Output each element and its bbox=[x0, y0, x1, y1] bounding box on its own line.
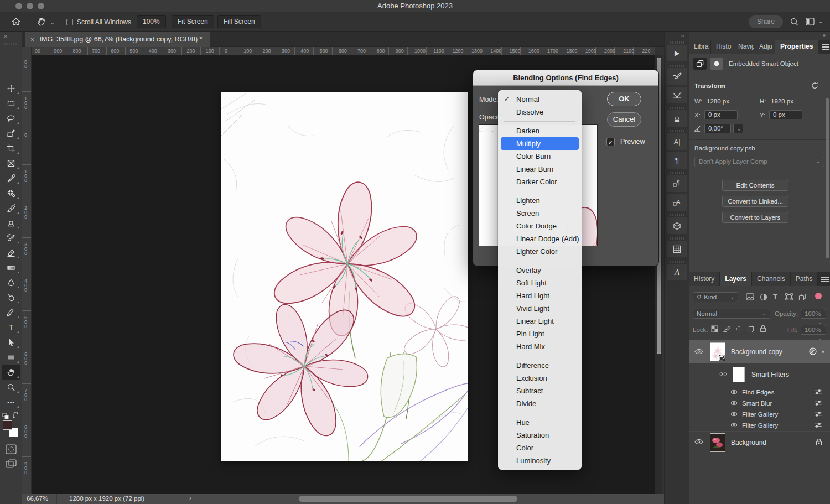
transform-reset-icon[interactable] bbox=[811, 81, 819, 91]
object-selection-tool[interactable] bbox=[2, 126, 20, 141]
tab-histogram[interactable]: Histo bbox=[711, 40, 733, 54]
visibility-eye-icon[interactable] bbox=[730, 389, 738, 396]
zoom-100-button[interactable]: 100% bbox=[137, 15, 166, 28]
menu-item-lighten[interactable]: Lighten bbox=[498, 194, 582, 207]
properties-scrollbar[interactable] bbox=[826, 98, 829, 258]
document-canvas[interactable] bbox=[221, 92, 468, 461]
smart-filter-name[interactable]: Filter Gallery bbox=[742, 422, 778, 429]
menu-item-overlay[interactable]: Overlay bbox=[498, 264, 582, 277]
menu-item-multiply[interactable]: Multiply bbox=[501, 137, 579, 150]
filter-adjustment-icon[interactable] bbox=[760, 293, 767, 302]
menu-item-divide[interactable]: Divide bbox=[498, 397, 582, 410]
clone-stamp-tool[interactable] bbox=[2, 216, 20, 230]
width-value[interactable]: 1280 px bbox=[707, 98, 729, 105]
panel-collapse-icon[interactable]: » bbox=[689, 32, 830, 40]
scroll-all-windows-checkbox[interactable]: Scroll All Windows bbox=[66, 18, 131, 26]
fill-input[interactable]: 100%⌄ bbox=[801, 325, 826, 335]
layer-comp-dropdown[interactable]: Don't Apply Layer Comp ⌄ bbox=[694, 157, 824, 167]
strip-collapse-icon[interactable]: « bbox=[681, 32, 684, 39]
lock-transparency-icon[interactable] bbox=[711, 325, 718, 334]
smart-filters-mask-thumbnail[interactable] bbox=[733, 367, 745, 382]
hand-tool[interactable] bbox=[2, 365, 20, 380]
filter-blend-options-icon[interactable] bbox=[814, 422, 822, 429]
menu-item-color[interactable]: Color bbox=[498, 441, 582, 454]
visibility-eye-icon[interactable] bbox=[719, 371, 727, 378]
layer-row-background[interactable]: Background bbox=[689, 431, 830, 453]
clone-source-panel-icon[interactable] bbox=[667, 110, 687, 127]
collapse-filters-icon[interactable]: ˄ bbox=[822, 349, 824, 355]
path-selection-tool[interactable] bbox=[2, 335, 20, 350]
opacity-input[interactable]: 100%⌄ bbox=[801, 309, 826, 319]
3d-panel-icon[interactable] bbox=[667, 217, 687, 234]
paragraph-styles-panel-icon[interactable]: ¶ bbox=[667, 175, 687, 192]
menu-item-normal[interactable]: ✓Normal bbox=[498, 93, 582, 106]
character-styles-panel-icon[interactable]: A bbox=[667, 194, 687, 211]
mask-properties-icon[interactable] bbox=[710, 58, 723, 70]
smart-filters-row[interactable]: Smart Filters bbox=[689, 363, 830, 386]
tab-adjustments[interactable]: Adju bbox=[754, 40, 775, 54]
menu-item-lighter-color[interactable]: Lighter Color bbox=[498, 245, 582, 258]
menu-item-pin-light[interactable]: Pin Light bbox=[498, 328, 582, 340]
eyedropper-tool[interactable] bbox=[2, 171, 20, 185]
visibility-eye-icon[interactable] bbox=[694, 349, 703, 356]
horizontal-ruler[interactable]: 0090080070060050040030020010001002003004… bbox=[32, 47, 655, 55]
menu-item-color-dodge[interactable]: Color Dodge bbox=[498, 220, 582, 232]
menu-item-exclusion[interactable]: Exclusion bbox=[498, 372, 582, 385]
glyphs-panel-icon[interactable]: A bbox=[667, 264, 687, 280]
preview-checkbox[interactable]: ✓ bbox=[606, 138, 615, 146]
crop-tool[interactable] bbox=[2, 141, 20, 155]
layer-thumbnail[interactable] bbox=[710, 433, 725, 452]
patterns-panel-icon[interactable] bbox=[667, 241, 687, 257]
quick-mask-button[interactable] bbox=[6, 444, 17, 456]
menu-item-linear-burn[interactable]: Linear Burn bbox=[498, 163, 582, 175]
menu-item-vivid-light[interactable]: Vivid Light bbox=[498, 302, 582, 315]
tab-history[interactable]: History bbox=[689, 272, 720, 286]
tools-grip[interactable] bbox=[4, 43, 18, 45]
tab-navigator[interactable]: Navig bbox=[733, 40, 754, 54]
layers-menu-icon[interactable] bbox=[818, 272, 830, 286]
share-button[interactable]: Share bbox=[749, 15, 783, 28]
menu-item-hard-light[interactable]: Hard Light bbox=[498, 289, 582, 302]
status-zoom-level[interactable]: 66,67% bbox=[27, 495, 48, 502]
ruler-corner[interactable] bbox=[22, 47, 32, 55]
swap-colors-icon[interactable] bbox=[12, 411, 20, 421]
blur-tool[interactable] bbox=[2, 276, 20, 290]
pen-tool[interactable] bbox=[2, 305, 20, 320]
tab-channels[interactable]: Channels bbox=[752, 272, 791, 286]
rectangle-tool[interactable] bbox=[2, 350, 20, 365]
x-input[interactable]: 0 px bbox=[704, 110, 738, 119]
workspace-switcher-icon[interactable] bbox=[806, 18, 815, 25]
spot-healing-tool[interactable] bbox=[2, 186, 20, 200]
visibility-eye-icon[interactable] bbox=[730, 422, 738, 429]
menu-item-soft-light[interactable]: Soft Light bbox=[498, 277, 582, 289]
marquee-tool[interactable] bbox=[2, 96, 20, 111]
filter-blend-options-icon[interactable] bbox=[814, 400, 822, 407]
menu-item-subtract[interactable]: Subtract bbox=[498, 385, 582, 397]
menu-item-screen[interactable]: Screen bbox=[498, 207, 582, 220]
move-tool[interactable] bbox=[2, 81, 20, 96]
zoom-tool[interactable] bbox=[2, 380, 20, 394]
menu-item-linear-dodge-add-[interactable]: Linear Dodge (Add) bbox=[498, 232, 582, 245]
angle-input[interactable]: 0,00° bbox=[704, 124, 731, 133]
menu-item-darken[interactable]: Darken bbox=[498, 124, 582, 137]
smart-filter-name[interactable]: Find Edges bbox=[742, 389, 774, 396]
visibility-eye-icon[interactable] bbox=[694, 439, 703, 446]
foreground-color-swatch[interactable] bbox=[3, 420, 12, 430]
hand-tool-chevron-icon[interactable]: ⌄ bbox=[50, 19, 55, 26]
status-chevron-icon[interactable]: › bbox=[189, 495, 191, 501]
workspace-chevron-icon[interactable]: ⌄ bbox=[818, 18, 823, 25]
filter-smart-object-icon[interactable] bbox=[798, 293, 806, 302]
more-tools-button[interactable]: ••• bbox=[2, 395, 20, 409]
layer-thumbnail[interactable] bbox=[710, 342, 725, 361]
menu-item-darker-color[interactable]: Darker Color bbox=[498, 175, 582, 188]
filter-blend-options-icon[interactable] bbox=[814, 389, 822, 396]
tab-libraries[interactable]: Libra bbox=[689, 40, 711, 54]
angle-dropdown[interactable]: ⌄ bbox=[733, 124, 743, 133]
menu-item-hard-mix[interactable]: Hard Mix bbox=[498, 340, 582, 353]
vertical-ruler[interactable]: 0 01 0 001 0 02 0 03 0 04 0 05 0 06 0 07… bbox=[22, 55, 32, 494]
layer-row-background-copy[interactable]: Background copy ˄ bbox=[689, 340, 830, 363]
lock-position-icon[interactable] bbox=[735, 325, 743, 334]
edit-contents-button[interactable]: Edit Contents bbox=[722, 180, 788, 191]
status-doc-info[interactable]: 1280 px x 1920 px (72 ppi) bbox=[69, 495, 144, 502]
smart-filter-name[interactable]: Filter Gallery bbox=[742, 411, 778, 418]
